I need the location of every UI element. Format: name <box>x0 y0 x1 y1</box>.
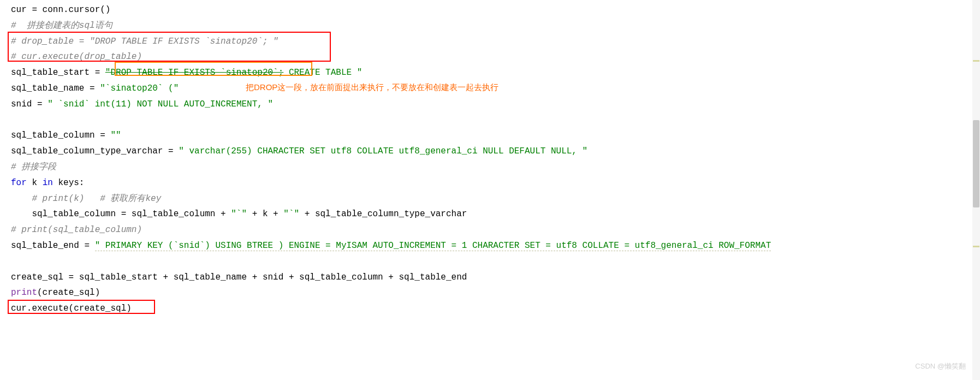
code-line: # 拼接字段 <box>11 159 980 175</box>
code-text: (create_sql) <box>37 288 100 298</box>
scrollbar-mark <box>973 246 979 247</box>
code-string: " `snid` int(11) NOT NULL AUTO_INCREMENT… <box>47 99 273 109</box>
code-comment: # 拼接字段 <box>11 162 56 172</box>
code-comment: # drop_table = "DROP TABLE IF EXISTS `si… <box>11 37 278 46</box>
code-text: keys: <box>53 178 85 188</box>
code-line: sql_table_column = sql_table_column + "`… <box>11 206 980 222</box>
annotation-text: 把DROP这一段，放在前面提出来执行，不要放在和创建表一起去执行 <box>246 80 498 94</box>
code-string: " varchar(255) CHARACTER SET utf8 COLLAT… <box>179 146 587 156</box>
code-text: sql_table_name = <box>11 84 100 93</box>
code-string: "`" <box>283 209 299 219</box>
code-string: "`sinatop20` (" <box>100 84 179 93</box>
code-text: k <box>27 178 43 188</box>
code-text: + k + <box>247 209 283 219</box>
code-string: CREATE TABLE " <box>283 68 362 78</box>
code-text: sql_table_end = <box>11 241 95 251</box>
code-line: sql_table_start = "DROP TABLE IF EXISTS … <box>11 65 980 81</box>
code-comment: # print(k) # 获取所有key <box>11 194 161 204</box>
code-line: # print(k) # 获取所有key <box>11 191 980 207</box>
code-line <box>11 254 980 270</box>
code-line: cur.execute(create_sql) <box>11 301 980 317</box>
scrollbar-thumb[interactable] <box>973 120 979 207</box>
code-line: for k in keys: <box>11 175 980 191</box>
code-line: sql_table_column = "" <box>11 128 980 144</box>
code-text: sql_table_start = <box>11 68 105 78</box>
code-comment: # 拼接创建表的sql语句 <box>11 21 112 31</box>
code-line: create_sql = sql_table_start + sql_table… <box>11 270 980 286</box>
code-text: sql_table_column = <box>11 130 110 140</box>
code-line: cur = conn.cursor() <box>11 2 980 18</box>
code-string: "" <box>110 130 121 140</box>
code-text: sql_table_column = sql_table_column + <box>11 209 231 219</box>
code-line: # cur.execute(drop_table) <box>11 49 980 65</box>
code-line: # 拼接创建表的sql语句 <box>11 18 980 34</box>
code-line: sql_table_end = " PRIMARY KEY (`snid`) U… <box>11 238 980 254</box>
code-line: # drop_table = "DROP TABLE IF EXISTS `si… <box>11 34 980 50</box>
code-string: "`" <box>231 209 247 219</box>
code-keyword: in <box>43 178 53 188</box>
code-keyword: for <box>11 178 27 188</box>
code-line: sql_table_column_type_varchar = " varcha… <box>11 144 980 159</box>
watermark-text: CSDN @懒笑翻 <box>915 360 966 372</box>
code-string: " PRIMARY KEY (`snid`) USING BTREE ) ENG… <box>95 241 771 251</box>
scrollbar-mark <box>973 60 979 62</box>
code-comment: # cur.execute(drop_table) <box>11 52 142 62</box>
code-text: cur.execute(create_sql) <box>11 304 132 313</box>
code-text: cur = conn.cursor() <box>11 5 110 15</box>
code-line: # print(sql_table_column) <box>11 222 980 238</box>
code-builtin: print <box>11 288 37 298</box>
code-string: "DROP TABLE IF EXISTS `sinatop20`; <box>105 68 283 78</box>
scrollbar-track[interactable] <box>972 0 980 380</box>
code-comment: # print(sql_table_column) <box>11 225 142 235</box>
code-line: print(create_sql) <box>11 285 980 301</box>
code-line <box>11 112 980 128</box>
code-line: snid = " `snid` int(11) NOT NULL AUTO_IN… <box>11 97 980 112</box>
code-text: + sql_table_column_type_varchar <box>299 209 467 219</box>
code-text: create_sql = sql_table_start + sql_table… <box>11 272 467 282</box>
code-text: sql_table_column_type_varchar = <box>11 146 179 156</box>
code-text: snid = <box>11 99 47 109</box>
